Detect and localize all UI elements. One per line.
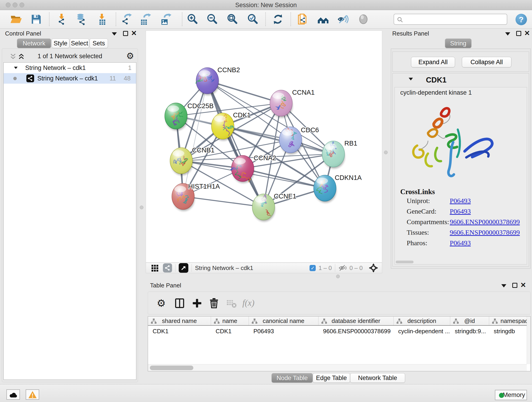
show-glyphs-disabled-icon[interactable] (357, 13, 370, 26)
show-columns-icon[interactable] (174, 298, 185, 309)
window-close-button[interactable] (6, 2, 11, 7)
column-header-label: name (222, 317, 237, 325)
refresh-icon[interactable] (272, 13, 284, 26)
crosslink-value-link[interactable]: 9606.ENSP00000378699 (450, 218, 520, 226)
collapse-all-button[interactable]: Collapse All (462, 57, 511, 67)
add-column-icon[interactable] (191, 298, 203, 309)
tab-string[interactable]: String (445, 38, 472, 48)
tab-style[interactable]: Style (51, 38, 70, 48)
crosslink-value-link[interactable]: P06493 (450, 239, 471, 247)
table-cell: 9606.ENSP00000378699 (318, 326, 394, 336)
node-CCNA1[interactable] (270, 90, 293, 118)
node-CCNE1[interactable] (252, 194, 275, 221)
network-collection-row[interactable]: String Network – cdk1 1 (4, 63, 136, 73)
save-session-icon[interactable] (30, 13, 42, 26)
node-CCNB2[interactable] (196, 68, 219, 95)
toolbar-divider (49, 12, 50, 26)
selected-checkbox-icon[interactable]: ✓ (310, 265, 316, 271)
window-minimize-button[interactable] (13, 2, 17, 7)
delete-column-icon[interactable] (209, 298, 220, 309)
column-header-shared-name[interactable]: shared name (148, 317, 211, 325)
tab-node-table[interactable]: Node Table (272, 373, 313, 383)
cdk1-entry-header[interactable]: CDK1 (393, 73, 529, 86)
fit-selected-crosshair-icon[interactable] (369, 263, 378, 273)
crosslink-value-link[interactable]: P06493 (450, 207, 471, 215)
crosslink-value-link[interactable]: P06493 (450, 197, 471, 205)
column-header-canonical-name[interactable]: canonical name (249, 317, 318, 325)
expand-all-button[interactable]: Expand All (411, 57, 455, 67)
zoom-selected-icon[interactable] (247, 13, 259, 26)
column-header--id[interactable]: @id (450, 317, 489, 325)
tab-network-table[interactable]: Network Table (350, 373, 405, 383)
node-CCNA2[interactable] (230, 155, 254, 183)
node-CCNB1[interactable] (170, 148, 193, 175)
node-table: shared namenamecanonical namedatabase id… (148, 316, 531, 371)
hide-glyphs-icon[interactable] (337, 13, 350, 26)
cloud-button[interactable] (6, 389, 20, 400)
zoom-in-icon[interactable] (186, 13, 199, 26)
node-RB1[interactable] (322, 141, 345, 168)
column-header-name[interactable]: name (211, 317, 249, 325)
node-CDC25B[interactable] (165, 103, 187, 130)
main-toolbar: ? (0, 10, 532, 29)
export-image-icon[interactable] (160, 13, 172, 26)
panel-collapse-icon[interactable] (505, 32, 510, 36)
bottom-splitter-handle[interactable] (336, 274, 340, 278)
entry-collapse-icon[interactable] (409, 78, 413, 80)
zoom-fit-icon[interactable] (226, 13, 239, 26)
results-hscroll-thumb[interactable] (396, 261, 413, 263)
home-networks-icon[interactable] (317, 13, 329, 26)
birdseye-view-icon[interactable] (179, 263, 188, 273)
memory-button[interactable]: Memory (495, 390, 527, 400)
tab-edge-table[interactable]: Edge Table (313, 373, 350, 383)
grid-view-icon[interactable] (151, 264, 159, 272)
zoom-out-icon[interactable] (206, 13, 218, 26)
crosslink-value-link[interactable]: 9606.ENSP00000378699 (450, 229, 520, 236)
column-header-label: canonical name (263, 317, 304, 325)
panel-collapse-icon[interactable] (112, 32, 117, 36)
network-row-selected[interactable]: String Network – cdk1 11 48 (4, 73, 136, 84)
panel-collapse-icon[interactable] (501, 284, 506, 287)
export-network-icon[interactable] (120, 13, 133, 26)
network-options-gear-icon[interactable]: ⚙ (126, 51, 134, 61)
panel-float-icon[interactable] (516, 31, 521, 36)
node-CDK1[interactable] (211, 113, 234, 140)
help-button[interactable]: ? (515, 14, 527, 25)
node-CDKN1A[interactable] (314, 175, 336, 203)
import-table-icon[interactable] (96, 13, 108, 26)
tree-expand-icon[interactable] (14, 67, 18, 69)
table-horizontal-scrollbar[interactable] (148, 364, 527, 371)
table-vertical-scrollbar[interactable] (527, 317, 530, 364)
import-network-icon[interactable] (56, 13, 68, 26)
column-header-label: namespac (500, 317, 528, 325)
tab-select[interactable]: Select (70, 38, 89, 48)
panel-close-icon[interactable]: ✕ (131, 30, 137, 37)
network-share-view-icon[interactable] (163, 263, 172, 273)
tab-network[interactable]: Network (17, 38, 51, 48)
table-row[interactable]: CDK1CDK1P064939606.ENSP00000378699cyclin… (148, 326, 527, 336)
network-canvas[interactable]: CCNB2CCNA1CDC25BCDK1CDC6RB1CCNB1CCNA2CDK… (146, 31, 382, 263)
import-network-from-database-icon[interactable] (75, 13, 87, 26)
node-CDC6[interactable] (279, 127, 302, 154)
table-options-gear-icon[interactable]: ⚙ (157, 298, 168, 309)
panel-float-icon[interactable] (123, 31, 128, 36)
open-session-icon[interactable] (10, 13, 22, 26)
left-splitter-handle[interactable] (140, 206, 143, 209)
search-input[interactable] (406, 15, 505, 24)
column-header-description[interactable]: description (394, 317, 450, 325)
status-bar: Memory (0, 384, 532, 402)
panel-close-icon[interactable]: ✕ (524, 30, 530, 37)
tab-sets[interactable]: Sets (89, 38, 108, 48)
network-tab-content: 1 of 1 Network selected ⚙ String Network… (2, 48, 138, 382)
export-table-icon[interactable] (139, 13, 152, 26)
panel-close-icon[interactable]: ✕ (520, 282, 526, 288)
window-zoom-button[interactable] (19, 2, 24, 7)
hscroll-thumb[interactable] (150, 366, 193, 370)
column-header-namespac[interactable]: namespac (489, 317, 532, 325)
column-header-database-identifier[interactable]: database identifier (318, 317, 394, 325)
panel-float-icon[interactable] (512, 283, 517, 288)
network-from-file-icon[interactable] (297, 13, 309, 26)
node-label-CDK1: CDK1 (233, 111, 251, 119)
warning-button[interactable] (26, 389, 39, 400)
right-splitter-handle[interactable] (384, 151, 388, 154)
